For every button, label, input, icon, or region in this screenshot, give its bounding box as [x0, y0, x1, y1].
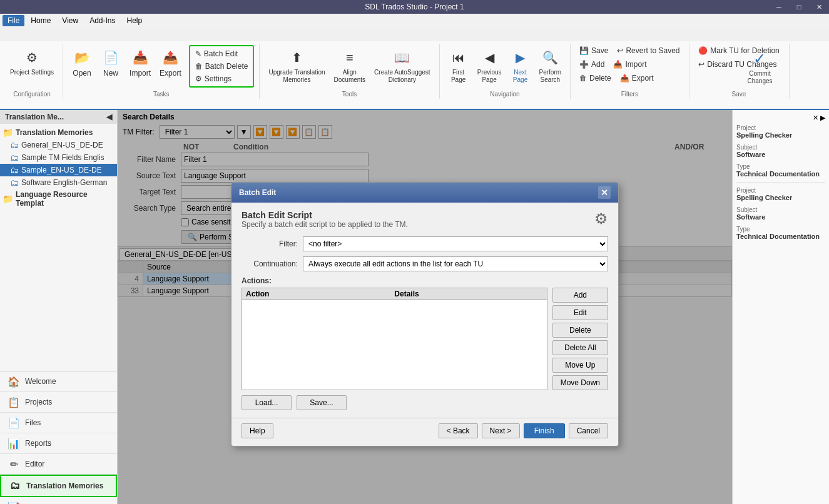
- meta-label-project-2: Project: [736, 187, 825, 194]
- close-btn[interactable]: ✕: [809, 0, 829, 14]
- modal-continuation-select[interactable]: Always execute all edit actions in the l…: [303, 256, 608, 271]
- meta-project-2: Project Spelling Checker: [736, 187, 825, 201]
- prev-page-button[interactable]: ◀ PreviousPage: [474, 45, 506, 86]
- upgrade-icon: ⬆: [287, 48, 307, 68]
- nav-editor[interactable]: ✏ Editor: [0, 454, 117, 475]
- tree-item-sample-enus[interactable]: 🗂 Sample_EN-US_DE-DE: [0, 164, 117, 176]
- add-filter-button[interactable]: ➕ Add: [576, 59, 608, 70]
- menu-home[interactable]: Home: [26, 15, 56, 26]
- batch-settings-button[interactable]: ⚙ Settings: [191, 73, 252, 85]
- batch-settings-icon: ⚙: [195, 74, 202, 83]
- batch-delete-icon: 🗑: [195, 62, 203, 71]
- nav-postedit[interactable]: 📝 Post-Edit Versions: [0, 497, 117, 504]
- modal-filter-select[interactable]: <no filter>: [303, 236, 608, 251]
- delete-filter-button[interactable]: 🗑 Delete: [576, 73, 615, 84]
- next-button[interactable]: Next >: [482, 423, 520, 438]
- prev-page-icon: ◀: [479, 48, 499, 68]
- nav-projects[interactable]: 📋 Projects: [0, 392, 117, 413]
- nav-translation-memories[interactable]: 🗂 Translation Memories: [0, 475, 117, 497]
- tree-item-general[interactable]: 🗂 General_EN-US_DE-DE: [0, 139, 117, 151]
- sidebar-collapse-icon[interactable]: ◀: [106, 113, 112, 121]
- commit-icon: ✓: [750, 49, 770, 69]
- meta-subject-1: Subject Software: [736, 144, 825, 158]
- modal-action-buttons: Add Edit Delete Delete All Move Up Move …: [552, 288, 608, 390]
- first-page-button[interactable]: ⏮ FirstPage: [445, 45, 472, 86]
- add-action-button[interactable]: Add: [552, 288, 608, 303]
- config-group-label: Configuration: [1, 91, 63, 98]
- tm-icon-1: 🗂: [10, 140, 19, 150]
- ribbon-group-tasks: 📂 Open 📄 New 📥 Import 📤 Export: [63, 44, 260, 99]
- export-icon: 📤: [160, 48, 180, 68]
- upgrade-tm-button[interactable]: ⬆ Upgrade TranslationMemories: [265, 45, 328, 86]
- tree-item-label: Translation Memories: [16, 128, 93, 137]
- menu-view[interactable]: View: [57, 15, 83, 26]
- right-panel-close-btn[interactable]: ✕ ▶: [813, 114, 825, 122]
- welcome-icon: 🏠: [8, 375, 20, 388]
- modal-actions-table: Action Details: [242, 288, 547, 390]
- autosuggest-button[interactable]: 📖 Create AutoSuggestDictionary: [370, 45, 434, 86]
- back-button[interactable]: < Back: [439, 423, 478, 438]
- help-button[interactable]: Help: [242, 423, 273, 438]
- next-page-button[interactable]: ▶ NextPage: [507, 45, 534, 86]
- commit-changes-button[interactable]: ✓ CommitChanges: [743, 46, 776, 88]
- edit-action-button[interactable]: Edit: [552, 305, 608, 320]
- meta-value-type-2: Technical Documentation: [736, 233, 825, 240]
- tree-item-tm-folder[interactable]: 📁 Translation Memories: [0, 126, 117, 139]
- project-settings-button[interactable]: ⚙ Project Settings: [6, 45, 58, 79]
- tree-item-lang-resource[interactable]: 📁 Language Resource Templat: [0, 189, 117, 209]
- batch-delete-button[interactable]: 🗑 Batch Delete: [191, 60, 252, 73]
- export-button[interactable]: 📤 Export: [156, 45, 185, 80]
- menu-addins[interactable]: Add-Ins: [84, 15, 120, 26]
- ribbon: ⚙ Project Settings Configuration 📂 Open …: [0, 41, 829, 110]
- meta-label-type-2: Type: [736, 226, 825, 233]
- sidebar-section-header[interactable]: Translation Me... ◀: [0, 110, 117, 124]
- meta-label-project-1: Project: [736, 124, 825, 131]
- finish-button[interactable]: Finish: [524, 423, 565, 438]
- export-filter-button[interactable]: 📤 Export: [616, 73, 658, 84]
- sidebar-tree: 📁 Translation Memories 🗂 General_EN-US_D…: [0, 124, 117, 371]
- save-filter-button[interactable]: 💾 Save: [576, 45, 612, 56]
- batch-edit-button[interactable]: ✎ Batch Edit: [191, 48, 252, 60]
- sidebar-title: Translation Me...: [5, 113, 64, 121]
- delete-action-button[interactable]: Delete: [552, 323, 608, 338]
- perform-search-ribbon-button[interactable]: 🔍 PerformSearch: [536, 45, 566, 86]
- save-script-button[interactable]: Save...: [297, 395, 347, 410]
- menu-help[interactable]: Help: [122, 15, 148, 26]
- nav-reports[interactable]: 📊 Reports: [0, 433, 117, 454]
- main-layout: Translation Me... ◀ 📁 Translation Memori…: [0, 110, 829, 504]
- tree-item-sample-fields[interactable]: 🗂 Sample TM Fields Englis: [0, 151, 117, 164]
- nav-files[interactable]: 📄 Files: [0, 413, 117, 433]
- new-button[interactable]: 📄 New: [97, 45, 125, 80]
- load-button[interactable]: Load...: [242, 395, 292, 410]
- ribbon-group-tools: ⬆ Upgrade TranslationMemories ≡ AlignDoc…: [260, 44, 439, 99]
- first-page-icon: ⏮: [449, 48, 469, 68]
- new-icon: 📄: [101, 48, 121, 68]
- align-docs-button[interactable]: ≡ AlignDocuments: [330, 45, 370, 86]
- right-panel: ✕ ▶ Project Spelling Checker Subject Sof…: [732, 110, 829, 504]
- minimize-btn[interactable]: ─: [769, 0, 789, 14]
- menu-file[interactable]: File: [3, 15, 24, 26]
- ribbon-group-save: 🔴 Mark TU for Deletion ↩ Discard TU Chan…: [689, 44, 790, 99]
- tree-item-software[interactable]: 🗂 Software English-German: [0, 176, 117, 189]
- modal-body: Batch Edit Script Specify a batch edit s…: [231, 203, 618, 418]
- modal-script-subtitle: Specify a batch edit script to be applie…: [242, 220, 587, 229]
- delete-all-action-button[interactable]: Delete All: [552, 340, 608, 355]
- open-icon: 📂: [72, 48, 92, 68]
- files-icon: 📄: [8, 416, 20, 429]
- tm-nav-icon: 🗂: [9, 480, 21, 492]
- open-button[interactable]: 📂 Open: [68, 45, 96, 80]
- content-area: Search Details TM Filter: Filter 1 ▼ 🔽 🔽…: [118, 110, 732, 504]
- meta-type-2: Type Technical Documentation: [736, 226, 825, 240]
- nav-welcome[interactable]: 🏠 Welcome: [0, 371, 117, 392]
- cancel-button[interactable]: Cancel: [569, 423, 608, 438]
- move-up-button[interactable]: Move Up: [552, 358, 608, 373]
- move-down-button[interactable]: Move Down: [552, 375, 608, 390]
- revert-saved-button[interactable]: ↩ Revert to Saved: [613, 45, 683, 56]
- tm-icon-3: 🗂: [10, 165, 19, 175]
- modal-close-button[interactable]: ✕: [598, 186, 611, 199]
- import-filter-button[interactable]: 📥 Import: [609, 59, 650, 70]
- import-button[interactable]: 📥 Import: [126, 45, 155, 80]
- modal-title: Batch Edit: [239, 188, 276, 197]
- meta-value-subject-1: Software: [736, 151, 825, 158]
- maximize-btn[interactable]: □: [789, 0, 809, 14]
